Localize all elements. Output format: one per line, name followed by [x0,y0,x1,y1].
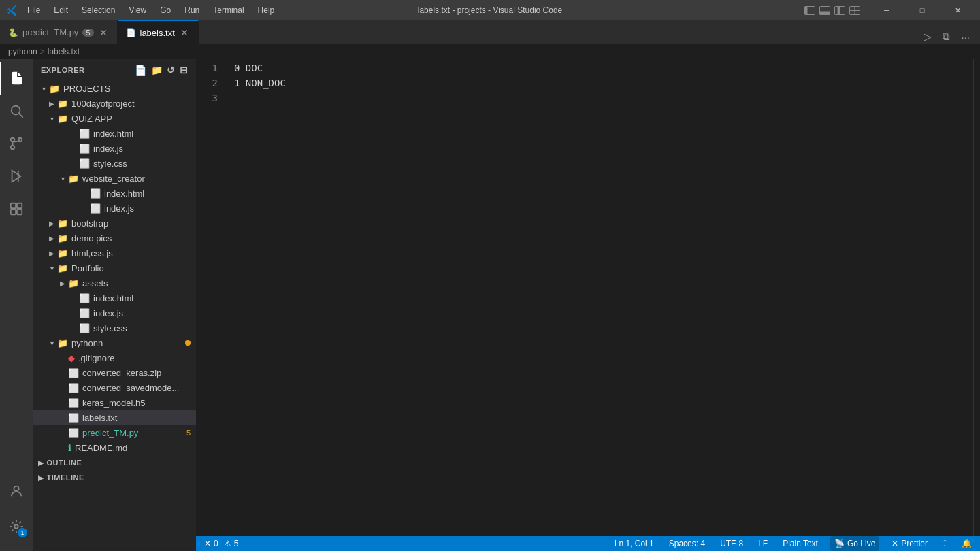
sidebar-title: EXPLORER [41,66,85,74]
menu-view[interactable]: View [123,4,152,16]
activity-account[interactable] [0,475,33,507]
menu-edit[interactable]: Edit [48,4,74,16]
run-button[interactable]: ▷ [920,29,935,44]
status-position[interactable]: Ln 1, Col 1 [612,536,657,551]
tree-label-html-css-js: html,css.js [71,248,113,258]
tree-label-labels-txt: labels.txt [82,413,117,423]
tree-pythonn[interactable]: ▾ 📁 pythonn [33,335,196,350]
sidebar-outline-section[interactable]: ▶ OUTLINE [33,455,196,470]
menu-go[interactable]: Go [154,4,176,16]
chevron-bootstrap: ▶ [46,220,57,227]
more-actions-button[interactable]: ··· [958,30,973,44]
status-prettier[interactable]: ✕ Prettier [889,536,930,551]
tree-projects-root[interactable]: ▾ 📁 PROJECTS [33,81,196,96]
tree-label-converted-keras-zip: converted_keras.zip [82,368,161,378]
tree-assets[interactable]: ▶ 📁 assets [33,276,196,290]
activity-settings[interactable]: 1 [0,510,33,543]
tab-predict-tm[interactable]: 🐍 predict_TM.py 5 ✕ [0,20,118,44]
tree-label-100day: 100dayofproject [71,99,135,109]
zip-icon2: ⬜ [68,383,79,393]
tree-converted-keras-zip[interactable]: ⬜ converted_keras.zip [33,365,196,380]
chevron-quiz: ▾ [46,115,57,122]
tree-website-creator[interactable]: ▾ 📁 website_creator [33,171,196,186]
warning-count: 5 [234,539,239,548]
tree-portfolio-index-html[interactable]: ⬜ index.html [33,290,196,305]
close-button[interactable]: ✕ [942,0,973,20]
maximize-button[interactable]: □ [906,0,938,20]
status-encoding[interactable]: UTF-8 [717,536,746,551]
status-language[interactable]: Plain Text [780,536,821,551]
menu-file[interactable]: File [22,4,46,16]
code-area[interactable]: 0 DOC 1 NON_DOC [223,59,973,536]
position-text: Ln 1, Col 1 [615,539,654,548]
collapse-all-icon[interactable]: ⊟ [180,65,189,76]
tree-bootstrap[interactable]: ▶ 📁 bootstrap [33,216,196,231]
folder-icon: 📁 [49,84,60,94]
activity-run[interactable] [0,160,33,193]
tree-website-index-html[interactable]: ⬜ index.html [33,186,196,201]
menu-terminal[interactable]: Terminal [208,4,249,16]
activity-source-control[interactable] [0,127,33,160]
tree-demo-pics[interactable]: ▶ 📁 demo pics [33,231,196,246]
status-spaces[interactable]: Spaces: 4 [666,536,708,551]
tab-close-predict[interactable]: ✕ [98,26,109,39]
html-icon: ⬜ [79,129,90,139]
sidebar-header-icons: 📄 📁 ↺ ⊟ [135,65,188,76]
menu-run[interactable]: Run [179,4,205,16]
tree-website-index-js[interactable]: ⬜ index.js [33,201,196,216]
tree-labels-txt[interactable]: ⬜ labels.txt [33,410,196,425]
status-feedback[interactable]: ⤴ [940,536,949,551]
tree-quiz-index-js[interactable]: ⬜ index.js [33,141,196,156]
status-golive[interactable]: 📡 Go Live [830,536,879,551]
tree-readme[interactable]: ℹ README.md [33,440,196,455]
content-area: 1 EXPLORER 📄 📁 ↺ ⊟ ▾ 📁 [0,59,980,551]
new-folder-icon[interactable]: 📁 [151,65,163,76]
activity-search[interactable] [0,95,33,127]
tree-quiz-index-html[interactable]: ⬜ index.html [33,126,196,141]
status-notifications[interactable]: 🔔 [959,536,975,551]
txt-icon: ⬜ [68,413,79,423]
breadcrumb-pythonn[interactable]: pythonn [8,47,37,56]
folder-pythonn-icon: 📁 [57,338,68,348]
grid-layout-icon[interactable] [849,6,860,15]
tab-py-icon: 🐍 [8,28,18,37]
tree-html-css-js[interactable]: ▶ 📁 html,css.js [33,246,196,261]
menu-help[interactable]: Help [252,4,280,16]
status-errors[interactable]: ✕ 0 ⚠ 5 [201,536,241,551]
tree-quiz-style-css[interactable]: ⬜ style.css [33,156,196,171]
tree-keras-model[interactable]: ⬜ keras_model.h5 [33,395,196,410]
activity-explorer[interactable] [0,62,33,95]
activity-bottom: 1 [0,475,33,548]
refresh-icon[interactable]: ↺ [167,65,176,76]
svg-line-10 [19,114,22,117]
tree-portfolio[interactable]: ▾ 📁 Portfolio [33,261,196,276]
menu-bar: File Edit Selection View Go Run Terminal… [22,4,280,16]
chevron-website: ▾ [57,175,68,182]
activity-extensions[interactable] [0,193,33,225]
tab-close-labels[interactable]: ✕ [179,26,190,39]
minimize-button[interactable]: ─ [871,0,902,20]
split-editor-button[interactable]: ⧉ [939,29,953,44]
h5-icon: ⬜ [68,398,79,408]
tab-labels[interactable]: 📄 labels.txt ✕ [118,20,199,44]
tree-label-portfolio-index-html: index.html [93,293,133,303]
line-num-3: 3 [196,90,218,105]
tree-portfolio-index-js[interactable]: ⬜ index.js [33,305,196,320]
sidebar-timeline-section[interactable]: ▶ TIMELINE [33,470,196,485]
breadcrumb-labels[interactable]: labels.txt [48,47,80,56]
sidebar-tree: ▾ 📁 PROJECTS ▶ 📁 100dayofproject ▾ 📁 QU [33,81,196,551]
tree-gitignore[interactable]: ◆ .gitignore [33,350,196,365]
menu-selection[interactable]: Selection [76,4,120,16]
sidebar-layout-icon[interactable] [804,6,815,15]
tree-100day[interactable]: ▶ 📁 100dayofproject [33,96,196,111]
tree-quiz-app[interactable]: ▾ 📁 QUIZ APP [33,111,196,126]
new-file-icon[interactable]: 📄 [135,65,147,76]
status-eol[interactable]: LF [755,536,770,551]
status-bar: ✕ 0 ⚠ 5 Ln 1, Col 1 Spaces: 4 UTF-8 [196,536,980,551]
split-layout-icon[interactable] [834,6,845,15]
tree-portfolio-style-css[interactable]: ⬜ style.css [33,320,196,335]
tree-converted-savedmodel[interactable]: ⬜ converted_savedmode... [33,380,196,395]
tree-predict-tm[interactable]: ⬜ predict_TM.py 5 [33,425,196,440]
tree-label-portfolio-index-js: index.js [93,308,123,318]
panel-layout-icon[interactable] [819,6,830,15]
